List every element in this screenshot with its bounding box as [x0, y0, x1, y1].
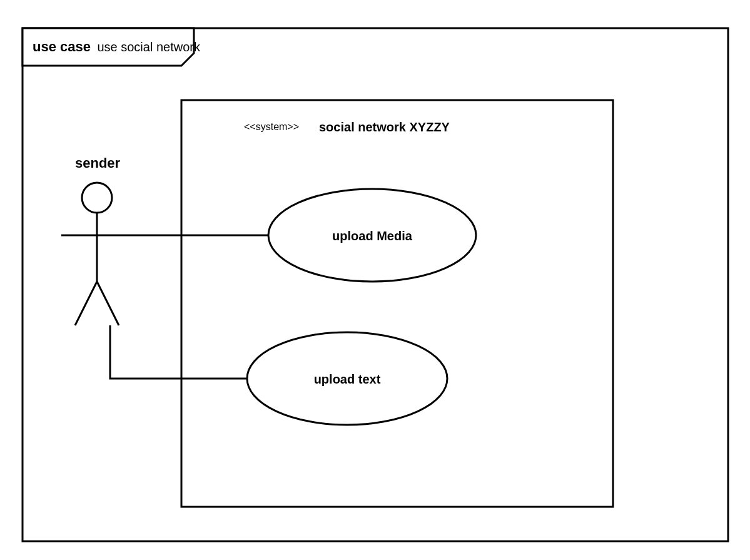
svg-point-0: [82, 183, 112, 213]
system-boundary: [181, 100, 613, 507]
assoc-sender-upload-text: [110, 325, 250, 379]
diagram-frame: [23, 28, 728, 541]
usecase-upload-text-label: upload text: [314, 372, 381, 386]
system-stereotype: <<system>>: [244, 121, 299, 132]
usecase-upload-media-label: upload Media: [332, 229, 413, 243]
system-name: social network XYZZY: [319, 120, 450, 134]
actor-label: sender: [75, 155, 121, 171]
svg-line-4: [97, 282, 119, 325]
svg-line-3: [75, 282, 97, 325]
frame-title: use case use social network: [33, 39, 201, 54]
use-case-diagram: use case use social network <<system>> s…: [0, 0, 750, 560]
actor-sender: [61, 183, 133, 325]
